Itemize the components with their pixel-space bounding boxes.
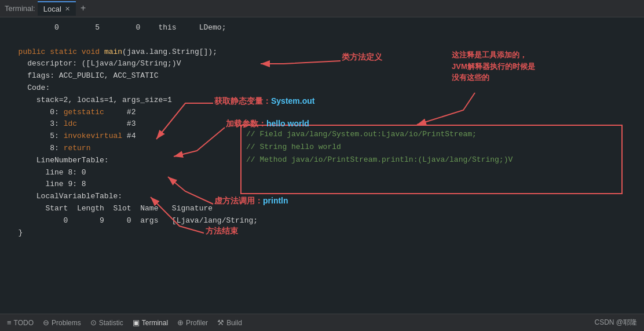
todo-status-item[interactable]: ≡ TODO xyxy=(7,318,34,327)
statistic-label: Statistic xyxy=(99,319,123,327)
credit-text: CSDN @耶隆 xyxy=(594,318,637,328)
profiler-icon: ⊕ xyxy=(177,318,184,327)
terminal-status-label: Terminal xyxy=(142,319,168,327)
build-status-item[interactable]: ⚒ Build xyxy=(217,318,242,327)
todo-label: TODO xyxy=(14,319,34,327)
statistic-icon: ⊙ xyxy=(90,318,97,327)
get-static-label: 获取静态变量：System.out xyxy=(214,96,314,107)
local-tab-label: Local xyxy=(43,5,61,13)
problems-status-item[interactable]: ⊖ Problems xyxy=(43,318,81,327)
problems-icon: ⊖ xyxy=(43,318,49,327)
main-content: 0 5 0 this LDemo; public static void mai… xyxy=(0,17,644,314)
build-label: Build xyxy=(226,319,242,327)
profiler-label: Profiler xyxy=(186,319,208,327)
add-tab-button[interactable]: + xyxy=(77,3,90,14)
close-tab-button[interactable]: ✕ xyxy=(65,5,70,13)
terminal-status-item[interactable]: ▣ Terminal xyxy=(133,318,168,327)
terminal-icon: ▣ xyxy=(133,318,140,327)
status-bar-left: ≡ TODO ⊖ Problems ⊙ Statistic ▣ Terminal… xyxy=(7,318,242,327)
build-icon: ⚒ xyxy=(217,318,224,327)
problems-label: Problems xyxy=(52,319,81,327)
profiler-status-item[interactable]: ⊕ Profiler xyxy=(177,318,208,327)
method-end-label: 方法结束 xyxy=(206,226,238,237)
code-display: 0 5 0 this LDemo; public static void mai… xyxy=(9,22,635,239)
status-bar: ≡ TODO ⊖ Problems ⊙ Statistic ▣ Terminal… xyxy=(0,314,644,331)
terminal-label: Terminal: xyxy=(5,4,35,13)
virtual-call-label: 虚方法调用：println xyxy=(214,196,288,206)
local-tab[interactable]: Local ✕ xyxy=(38,1,76,16)
tab-bar: Terminal: Local ✕ + xyxy=(0,0,644,17)
tool-note-label: 这注释是工具添加的，JVM解释器执行的时候是没有这些的 xyxy=(452,49,535,83)
class-method-def-label: 类方法定义 xyxy=(342,52,382,63)
statistic-status-item[interactable]: ⊙ Statistic xyxy=(90,318,123,327)
todo-icon: ≡ xyxy=(7,318,12,327)
load-param-label: 加载参数：hello world xyxy=(226,119,309,129)
